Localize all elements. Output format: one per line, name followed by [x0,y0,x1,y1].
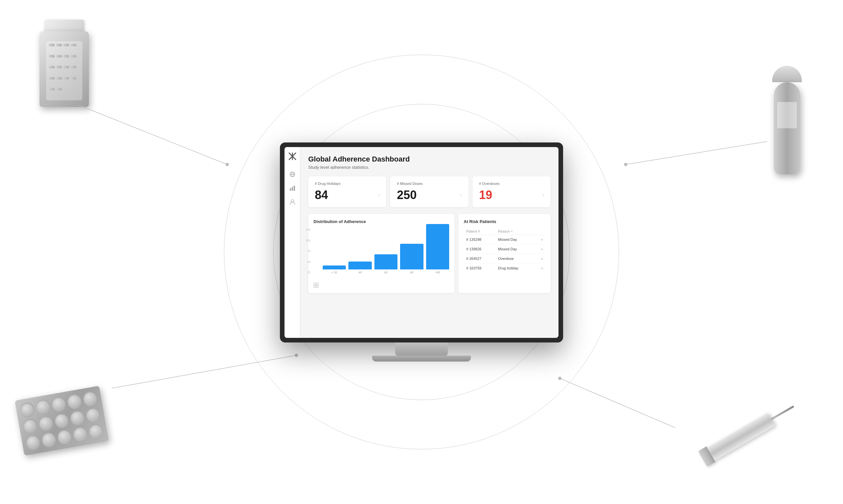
chevron-3: › [535,264,545,273]
bar-label-2: 60 [384,271,388,274]
missed-doses-value: 250 [397,188,416,202]
main-area: Global Adherence Dashboard Study level a… [300,147,558,338]
bar-label-3: 80 [410,271,413,274]
bar-group-2: 60 [374,254,397,274]
col-action-header [535,228,545,235]
patient-0: # 135298 [464,235,495,245]
sidebar [285,147,300,338]
dashboard: Global Adherence Dashboard Study level a… [285,147,558,338]
bar-group-4: +80 [426,224,449,274]
reason-1: Missed Day [495,245,535,254]
patient-1: # 139826 [464,245,495,254]
svg-rect-16 [294,185,295,191]
app-logo [288,152,297,161]
overdoses-value: 19 [479,188,492,202]
overdoses-chevron: › [543,192,544,198]
reason-2: Overdose [495,254,535,264]
distribution-chart-title: Distribution of Adherence [313,219,449,224]
missed-doses-label: # Missed Doses [397,182,462,185]
svg-rect-19 [316,283,319,285]
bar-group-3: 80 [400,244,423,274]
bar-0 [323,266,346,269]
sidebar-chart-icon[interactable] [289,184,296,192]
reason-3: Drug holiday [495,264,535,273]
risk-row-3[interactable]: # 163759 Drug holiday › [464,264,545,273]
svg-rect-21 [316,286,319,288]
bar-label-4: +80 [435,271,440,274]
chart-inner: 125 100 75 50 25 [313,228,449,281]
monitor-stand [395,342,448,356]
chevron-2: › [535,254,545,264]
bar-2 [374,254,397,269]
bar-chart: < 20 40 60 [323,228,449,281]
col-patient-header: Patient # [464,228,495,235]
dashboard-title: Global Adherence Dashboard [308,155,551,163]
svg-rect-15 [292,187,293,191]
chevron-1: › [535,245,545,254]
monitor-base [372,356,471,362]
bar-4 [426,224,449,269]
charts-row: Distribution of Adherence 125 100 75 50 … [308,214,551,293]
dashboard-subtitle: Study level adherence statistics. [308,165,551,170]
drug-holidays-label: # Drug Holidays [315,182,380,185]
sidebar-user-icon[interactable] [289,198,296,205]
chart-footer [313,283,449,288]
distribution-chart-card: Distribution of Adherence 125 100 75 50 … [308,214,454,293]
bar-1 [348,262,372,269]
svg-rect-20 [314,286,316,288]
bar-label-1: 40 [359,271,362,274]
monitor-frame: Global Adherence Dashboard Study level a… [280,142,563,342]
overdoses-label: # Overdoses [479,182,544,185]
at-risk-title: At Risk Patients [464,219,545,224]
monitor-screen: Global Adherence Dashboard Study level a… [285,147,558,338]
chevron-0: › [535,235,545,245]
risk-table: Patient # Reason ▾ [464,228,545,273]
monitor: Global Adherence Dashboard Study level a… [280,142,563,362]
svg-rect-18 [314,283,316,285]
svg-rect-14 [290,188,291,191]
at-risk-card: At Risk Patients Patient # [458,214,551,293]
sidebar-globe-icon[interactable] [289,171,296,178]
y-label-75: 75 [307,249,311,253]
stat-cards-row: # Drug Holidays 84 › # Missed Doses 250 [308,176,551,207]
stat-card-overdoses[interactable]: # Overdoses 19 › [472,176,551,207]
y-axis: 125 100 75 50 25 [306,228,311,274]
patient-2: # 264527 [464,254,495,264]
bar-label-0: < 20 [331,271,337,274]
y-label-125: 125 [306,228,311,231]
chart-expand-icon[interactable] [313,283,319,288]
y-label-100: 100 [306,239,311,242]
reason-0: Missed Day [495,235,535,245]
risk-row-1[interactable]: # 139826 Missed Day › [464,245,545,254]
drug-holidays-chevron: › [378,192,380,198]
risk-row-0[interactable]: # 135298 Missed Day › [464,235,545,245]
y-label-50: 50 [307,260,311,264]
drug-holidays-value: 84 [315,188,328,202]
y-label-25: 25 [307,271,311,274]
bar-group-0: < 20 [323,266,346,274]
bar-3 [400,244,423,269]
risk-row-2[interactable]: # 264527 Overdose › [464,254,545,264]
missed-doses-chevron: › [460,192,462,198]
stat-card-drug-holidays[interactable]: # Drug Holidays 84 › [308,176,386,207]
patient-3: # 163759 [464,264,495,273]
col-reason-header: Reason ▾ [495,228,535,235]
bar-group-1: 40 [348,262,372,274]
stat-card-missed-doses[interactable]: # Missed Doses 250 › [390,176,468,207]
